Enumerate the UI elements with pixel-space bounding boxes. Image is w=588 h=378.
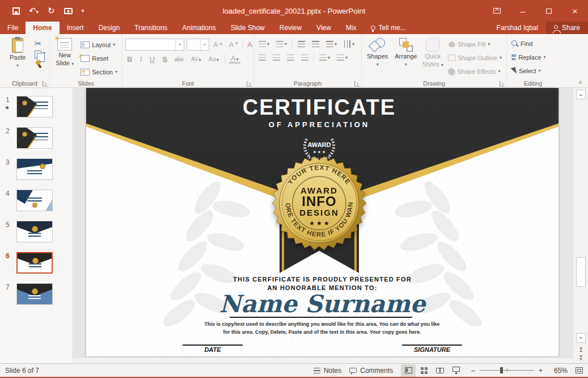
scrollbar-thumb[interactable] xyxy=(576,257,586,287)
find-button[interactable]: Find xyxy=(510,37,548,49)
share-button[interactable]: Share xyxy=(546,22,588,34)
slide-thumbnail-art[interactable] xyxy=(16,190,53,211)
slide-thumbnail-art[interactable] xyxy=(16,221,53,242)
shapes-button[interactable]: Shapes ▾ xyxy=(365,36,390,78)
slideshow-view-button[interactable] xyxy=(449,364,463,377)
copy-button[interactable]: ▾ xyxy=(35,51,45,58)
zoom-out-button[interactable]: – xyxy=(471,367,475,375)
start-slideshow-icon[interactable] xyxy=(64,8,73,14)
collapse-ribbon-icon[interactable]: ∧ xyxy=(578,79,582,85)
account-name[interactable]: Farshad Iqbal xyxy=(489,22,546,34)
previous-slide-button[interactable]: ▲▲ xyxy=(577,346,585,352)
tab-review[interactable]: Review xyxy=(272,22,309,34)
tab-design[interactable]: Design xyxy=(91,22,127,34)
zoom-in-button[interactable]: + xyxy=(539,367,543,375)
scroll-up-button[interactable]: ▲ xyxy=(576,90,586,99)
shape-effects-button[interactable]: Shape Effects▾ xyxy=(446,65,504,77)
decrease-indent-button[interactable] xyxy=(296,40,307,48)
thumbnail-slide-5[interactable]: 5 xyxy=(0,221,73,242)
tab-transitions[interactable]: Transitions xyxy=(127,22,175,34)
replace-button[interactable]: abacReplace▾ xyxy=(510,51,548,63)
thumbnail-slide-1[interactable]: 1★ xyxy=(0,96,73,117)
slide-thumbnail-art[interactable] xyxy=(16,127,53,149)
align-center-button[interactable] xyxy=(271,53,282,62)
align-left-button[interactable] xyxy=(257,53,268,62)
slide-thumbnail-art[interactable] xyxy=(16,283,53,305)
bold-button[interactable]: B xyxy=(125,55,134,64)
normal-view-button[interactable] xyxy=(401,364,416,377)
customize-qat-icon[interactable]: ▾ xyxy=(82,8,84,14)
vertical-scrollbar[interactable]: ▲ ▼ ▲▲ ▼▼ xyxy=(573,88,588,363)
fit-slide-to-window-button[interactable] xyxy=(576,367,583,373)
increase-indent-button[interactable] xyxy=(310,40,321,48)
font-size-combo[interactable]: ▾ xyxy=(187,39,209,51)
reading-view-button[interactable] xyxy=(433,364,447,377)
clipboard-dialog-launcher[interactable]: ↘ xyxy=(43,81,48,86)
line-spacing-button[interactable]: ▾ xyxy=(324,40,339,48)
italic-button[interactable]: I xyxy=(138,54,143,64)
slide-thumbnail-art[interactable] xyxy=(16,158,53,180)
scroll-down-button[interactable]: ▼ xyxy=(576,333,586,343)
horizontal-scrollbar[interactable] xyxy=(73,357,573,363)
section-button[interactable]: Section▾ xyxy=(79,66,119,78)
font-color-button[interactable]: A▾ xyxy=(229,54,240,64)
zoom-slider-thumb[interactable] xyxy=(500,367,503,373)
description-text[interactable]: This is copy/text used to describe anyth… xyxy=(203,321,441,337)
next-slide-button[interactable]: ▼▼ xyxy=(577,355,585,360)
date-label[interactable]: DATE xyxy=(183,346,243,353)
thumbnail-slide-7[interactable]: 7 xyxy=(0,283,73,305)
quick-styles-button[interactable]: QuickStyles ▾ xyxy=(421,36,444,78)
slide-thumbnail-art[interactable] xyxy=(16,96,53,117)
font-dialog-launcher[interactable]: ↘ xyxy=(247,81,252,86)
close-button[interactable]: × xyxy=(562,0,588,22)
ribbon-display-options-button[interactable] xyxy=(484,0,510,22)
zoom-slider[interactable] xyxy=(480,370,534,371)
paste-button[interactable]: Paste ▾ xyxy=(3,36,32,78)
presented-line[interactable]: THIS CERFIFICATE IS PROUDLY PRESENTED FO… xyxy=(86,276,559,283)
slide-sorter-view-button[interactable] xyxy=(417,364,432,377)
zoom-percentage[interactable]: 65% xyxy=(551,367,568,375)
arrange-button[interactable]: Arrange ▾ xyxy=(392,36,419,78)
grow-font-button[interactable]: A▲ xyxy=(211,40,225,49)
tab-slideshow[interactable]: Slide Show xyxy=(223,22,272,34)
drawing-dialog-launcher[interactable]: ↘ xyxy=(500,81,505,86)
numbering-button[interactable]: ▾ xyxy=(274,40,289,48)
slide-thumbnail-art[interactable] xyxy=(16,252,53,274)
bullets-button[interactable]: ▾ xyxy=(257,40,271,48)
tab-animations[interactable]: Animations xyxy=(175,22,223,34)
layout-button[interactable]: Layout▾ xyxy=(79,39,119,51)
tab-insert[interactable]: Insert xyxy=(60,22,91,34)
slide-indicator[interactable]: Slide 6 of 7 xyxy=(5,367,39,375)
redo-icon[interactable]: ↻ xyxy=(48,6,55,16)
thumbnail-slide-6-selected[interactable]: 6 xyxy=(0,252,73,274)
save-icon[interactable] xyxy=(12,7,20,15)
align-right-button[interactable] xyxy=(285,53,296,62)
columns-button[interactable]: ▾ xyxy=(318,53,332,62)
recipient-name[interactable]: Name Surname xyxy=(86,290,559,318)
strikethrough-button[interactable]: abc xyxy=(173,56,185,62)
tell-me-box[interactable]: Tell me... xyxy=(364,22,413,34)
clear-formatting-button[interactable]: A xyxy=(246,40,254,49)
text-shadow-button[interactable]: S xyxy=(160,55,169,64)
format-painter-icon[interactable] xyxy=(35,60,43,68)
reset-button[interactable]: Reset xyxy=(79,52,119,64)
select-button[interactable]: Select▾ xyxy=(510,65,548,77)
justify-button[interactable] xyxy=(299,53,310,62)
thumbnail-slide-2[interactable]: 2 xyxy=(0,127,73,149)
underline-button[interactable]: U xyxy=(148,55,156,64)
font-name-combo[interactable]: ▾ xyxy=(125,39,184,51)
minimize-button[interactable]: – xyxy=(510,0,536,22)
signature-label[interactable]: SIGNATURE xyxy=(402,346,462,353)
shape-outline-button[interactable]: Shape Outline▾ xyxy=(446,52,504,64)
text-direction-button[interactable]: ▾ xyxy=(342,40,356,48)
thumbnail-slide-4[interactable]: 4 xyxy=(0,190,73,211)
smartart-button[interactable]: ▾ xyxy=(335,53,349,62)
new-slide-button[interactable]: NewSlide ▾ xyxy=(53,36,77,78)
comments-button[interactable]: Comments xyxy=(349,367,393,375)
gold-seal[interactable]: YOUR TEXT HERE MORE TEXT HERE IF YOU WAN… xyxy=(271,155,367,251)
undo-button[interactable]: ↶▾ xyxy=(29,6,39,16)
paragraph-dialog-launcher[interactable]: ↘ xyxy=(354,81,359,86)
maximize-button[interactable] xyxy=(536,0,562,22)
slide-6-editor[interactable]: CERTIFICATE OF APPRECIATION AWARD ★ ★ ★ xyxy=(86,88,559,356)
character-spacing-button[interactable]: AV▾ xyxy=(189,56,203,62)
